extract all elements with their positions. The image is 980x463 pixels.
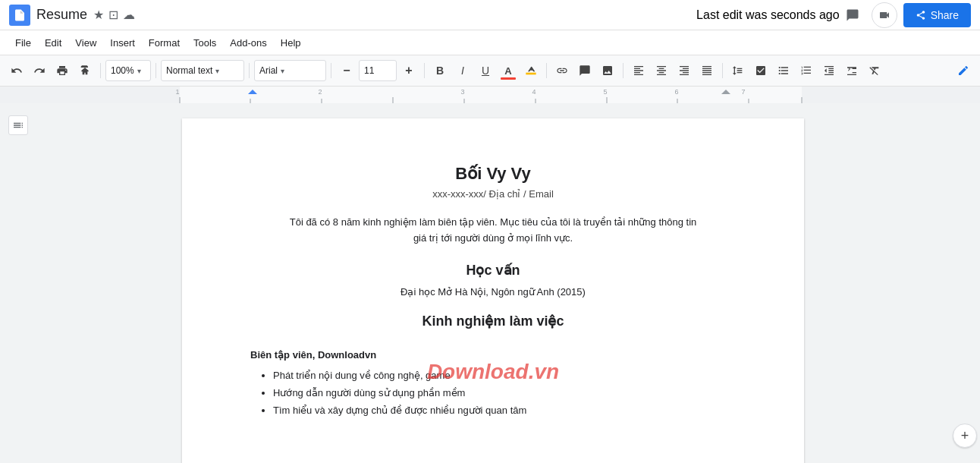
svg-text:3: 3	[460, 88, 464, 96]
insert-comment-button[interactable]	[574, 60, 595, 81]
right-controls: Share	[840, 2, 971, 28]
title-icons: ★ ⊡ ☁	[93, 8, 135, 22]
divider-8	[722, 63, 723, 78]
divider-5	[424, 63, 425, 78]
bold-button[interactable]: B	[429, 60, 451, 81]
undo-button[interactable]	[6, 60, 27, 81]
main-area: Bối Vy Vy xxx-xxx-xxx/ Địa chỉ / Email T…	[0, 103, 980, 463]
align-left-button[interactable]	[628, 60, 649, 81]
svg-text:6: 6	[674, 88, 678, 96]
edit-pencil-button[interactable]	[953, 60, 974, 81]
document-area[interactable]: Bối Vy Vy xxx-xxx-xxx/ Địa chỉ / Email T…	[36, 103, 950, 463]
svg-rect-0	[526, 73, 536, 75]
menu-bar: File Edit View Insert Format Tools Add-o…	[0, 30, 980, 55]
divider-2	[155, 63, 156, 78]
star-icon[interactable]: ★	[93, 8, 104, 22]
insert-link-button[interactable]	[551, 60, 573, 81]
font-size-select[interactable]: 11	[359, 60, 397, 81]
menu-help[interactable]: Help	[275, 34, 307, 52]
redo-button[interactable]	[29, 60, 50, 81]
menu-addons[interactable]: Add-ons	[224, 34, 272, 52]
font-value: Arial	[259, 65, 278, 76]
paint-format-button[interactable]	[74, 60, 96, 81]
title-bar: Resume ★ ⊡ ☁ Last edit was seconds ago S…	[0, 0, 980, 30]
text-color-button[interactable]: A	[498, 60, 519, 81]
divider-4	[331, 63, 331, 78]
document-page: Bối Vy Vy xxx-xxx-xxx/ Địa chỉ / Email T…	[182, 118, 804, 463]
menu-tools[interactable]: Tools	[187, 34, 222, 52]
folder-icon[interactable]: ⊡	[108, 8, 118, 22]
align-center-button[interactable]	[651, 60, 672, 81]
italic-button[interactable]: I	[452, 60, 473, 81]
left-sidebar	[0, 103, 36, 463]
education-content: Đại học Mở Hà Nội, Ngôn ngữ Anh (2015)	[250, 286, 736, 298]
experience-title: Kinh nghiệm làm việc	[250, 313, 736, 329]
bullet-list: Phát triển nội dung về công nghệ, game H…	[250, 367, 736, 420]
insert-image-button[interactable]	[597, 60, 618, 81]
menu-file[interactable]: File	[9, 34, 37, 52]
line-spacing-button[interactable]	[727, 60, 749, 81]
bullet-item-2: Hướng dẫn người dùng sử dụng phần mềm	[273, 384, 736, 402]
font-chevron: ▾	[281, 67, 284, 75]
style-chevron: ▾	[215, 67, 219, 75]
divider-7	[623, 63, 623, 78]
menu-insert[interactable]: Insert	[104, 34, 141, 52]
font-size-value: 11	[364, 65, 374, 76]
share-button[interactable]: Share	[903, 3, 971, 27]
font-select[interactable]: Arial ▾	[254, 60, 326, 81]
print-button[interactable]	[52, 60, 73, 81]
docs-logo-icon	[9, 5, 30, 26]
highlight-color-button[interactable]	[520, 60, 542, 81]
resume-name: Bối Vy Vy	[250, 164, 736, 184]
document-title[interactable]: Resume	[36, 7, 87, 23]
add-page-button[interactable]: +	[953, 424, 977, 448]
divider-3	[249, 63, 250, 78]
divider-6	[546, 63, 547, 78]
comments-button[interactable]	[840, 2, 865, 28]
numbered-list-button[interactable]	[796, 60, 817, 81]
justify-button[interactable]	[696, 60, 718, 81]
menu-edit[interactable]: Edit	[39, 34, 68, 52]
job-title: Biên tập viên, Downloadvn	[250, 349, 736, 361]
zoom-chevron: ▾	[137, 67, 141, 75]
ruler: 1 2 3 4 5 6 7	[0, 87, 980, 103]
toolbar: 100% ▾ Normal text ▾ Arial ▾ − 11 + B I …	[0, 55, 980, 87]
resume-contact: xxx-xxx-xxx/ Địa chỉ / Email	[250, 188, 736, 200]
decrease-indent-button[interactable]	[818, 60, 840, 81]
svg-text:5: 5	[603, 88, 607, 96]
right-sidebar: +	[950, 103, 980, 463]
increase-indent-button[interactable]	[841, 60, 862, 81]
zoom-value: 100%	[111, 65, 134, 76]
svg-text:2: 2	[318, 88, 322, 96]
zoom-select[interactable]: 100% ▾	[105, 60, 151, 81]
bullet-item-3: Tìm hiểu và xây dựng chủ đề được nhiều n…	[273, 402, 736, 419]
underline-button[interactable]: U	[475, 60, 496, 81]
svg-text:4: 4	[532, 88, 536, 96]
menu-view[interactable]: View	[69, 34, 102, 52]
bullet-list-button[interactable]	[773, 60, 794, 81]
checklist-button[interactable]	[750, 60, 771, 81]
cloud-icon[interactable]: ☁	[123, 8, 135, 22]
last-edit-status: Last edit was seconds ago	[696, 8, 840, 22]
align-right-button[interactable]	[674, 60, 695, 81]
menu-format[interactable]: Format	[143, 34, 186, 52]
outline-toggle[interactable]	[8, 115, 28, 135]
divider-1	[100, 63, 101, 78]
svg-text:1: 1	[175, 88, 179, 96]
svg-rect-3	[802, 87, 980, 103]
paragraph-style-select[interactable]: Normal text ▾	[161, 60, 244, 81]
svg-text:7: 7	[741, 88, 745, 96]
education-title: Học vấn	[250, 262, 736, 279]
bullet-item-1: Phát triển nội dung về công nghệ, game	[273, 367, 736, 384]
increase-font-button[interactable]: +	[398, 60, 419, 81]
decrease-font-button[interactable]: −	[336, 60, 357, 81]
share-label: Share	[931, 9, 959, 21]
clear-formatting-button[interactable]	[864, 60, 885, 81]
meet-button[interactable]	[872, 2, 897, 28]
svg-rect-2	[0, 87, 180, 103]
style-value: Normal text	[166, 65, 212, 76]
resume-summary: Tôi đã có 8 năm kinh nghiệm làm biên tập…	[250, 215, 736, 247]
